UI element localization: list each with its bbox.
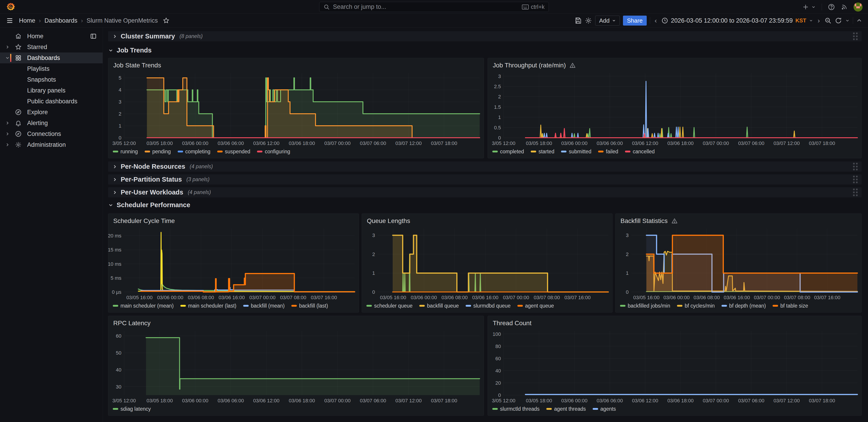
panel-header[interactable]: Scheduler Cycle Time [108, 214, 359, 226]
legend-item[interactable]: started [531, 149, 554, 155]
svg-text:3: 3 [372, 233, 375, 238]
sidebar-item-explore[interactable]: Explore [0, 107, 103, 118]
svg-text:0: 0 [498, 392, 501, 398]
legend-item[interactable]: sdiag latency [113, 406, 151, 412]
legend-item[interactable]: agents [593, 406, 616, 412]
time-shift-forward-button[interactable]: › [816, 17, 821, 24]
legend-item[interactable]: slurmctld threads [492, 406, 539, 412]
chevron-right-icon[interactable] [5, 121, 11, 125]
time-series-chart[interactable]: 3/05 12:0003/05 18:0003/06 00:0003/06 06… [488, 70, 862, 147]
legend-item[interactable]: backfill queue [419, 303, 459, 309]
svg-text:03/07 12:00: 03/07 12:00 [395, 141, 422, 146]
legend-item[interactable]: suspended [217, 149, 250, 155]
zoom-out-time-button[interactable] [825, 17, 832, 24]
legend-item[interactable]: running [113, 149, 138, 155]
legend-item[interactable]: submitted [561, 149, 591, 155]
row-per-user-workloads[interactable]: Per-User Workloads (4 panels) [108, 187, 862, 198]
refresh-button[interactable] [835, 17, 842, 24]
legend-item[interactable]: bf cycles/min [677, 303, 715, 309]
legend-item[interactable]: backfilled jobs/min [620, 303, 670, 309]
panel-header[interactable]: Queue Lengths [362, 214, 612, 226]
panel-header[interactable]: Thread Count [488, 316, 862, 328]
share-button[interactable]: Share [623, 16, 647, 26]
sidebar-item-administration[interactable]: Administration [0, 139, 103, 150]
sidebar-item-library-panels[interactable]: Library panels [0, 85, 103, 96]
sidebar-item-home[interactable]: Home [0, 31, 103, 41]
news-button[interactable] [841, 4, 848, 10]
svg-text:80: 80 [495, 343, 501, 349]
grafana-logo[interactable] [6, 2, 16, 12]
sidebar-item-alerting[interactable]: Alerting [0, 118, 103, 128]
panel-header[interactable]: RPC Latency [108, 316, 484, 328]
drag-handle-icon[interactable] [853, 163, 858, 170]
sidebar-item-public-dashboards[interactable]: Public dashboards [0, 96, 103, 107]
dashboard-settings-button[interactable] [585, 17, 592, 24]
save-dashboard-button[interactable] [575, 17, 582, 24]
time-series-chart[interactable]: 03/05 16:0003/06 00:0003/06 08:0003/06 1… [362, 226, 612, 301]
legend-item[interactable]: agent threads [546, 406, 586, 412]
legend-item[interactable]: completed [492, 149, 524, 155]
chevron-right-icon[interactable] [5, 131, 11, 137]
collapse-toolbar-button[interactable] [856, 18, 862, 24]
legend-color-chip [546, 408, 552, 410]
breadcrumb-home[interactable]: Home [19, 17, 35, 24]
svg-text:03/06 16:00: 03/06 16:00 [472, 295, 498, 300]
row-scheduler-performance[interactable]: Scheduler Performance [108, 201, 190, 209]
refresh-interval-dropdown[interactable] [845, 18, 850, 23]
breadcrumb-dashboards[interactable]: Dashboards [44, 17, 78, 24]
favorite-star-button[interactable] [163, 17, 169, 24]
row-job-trends[interactable]: Job Trends [108, 47, 152, 54]
time-series-chart[interactable]: 3/05 12:0003/05 18:0003/06 00:0003/06 06… [108, 328, 484, 404]
legend-item[interactable]: scheduler queue [366, 303, 412, 309]
sidebar-item-connections[interactable]: Connections [0, 128, 103, 139]
legend-item[interactable]: main scheduler (last) [180, 303, 236, 309]
legend-item[interactable]: configuring [257, 149, 290, 155]
dashboard-canvas: Cluster Summary (8 panels) Job Trends Jo… [103, 28, 868, 422]
chevron-right-icon[interactable] [5, 142, 11, 147]
legend-item[interactable]: cancelled [625, 149, 655, 155]
legend-item[interactable]: failed [598, 149, 618, 155]
time-shift-back-button[interactable]: ‹ [653, 17, 658, 24]
legend-item[interactable]: slurmdbd queue [466, 303, 510, 309]
svg-text:5 ms: 5 ms [111, 275, 121, 281]
new-item-button[interactable] [802, 4, 816, 10]
legend-color-chip [561, 151, 566, 152]
time-series-chart[interactable]: 03/05 16:0003/06 00:0003/06 08:0003/06 1… [616, 226, 862, 301]
warning-icon[interactable] [569, 62, 576, 68]
sidebar-item-starred[interactable]: Starred [0, 41, 103, 53]
sidebar-item-playlists[interactable]: Playlists [0, 63, 103, 74]
panel-header[interactable]: Job State Trends [108, 58, 484, 70]
menu-toggle-button[interactable] [6, 17, 13, 24]
legend-item[interactable]: agent queue [518, 303, 554, 309]
help-button[interactable] [828, 3, 835, 11]
search-input[interactable]: Search or jump to... ctrl+k [319, 2, 549, 12]
chevron-right-icon[interactable] [5, 44, 11, 50]
drag-handle-icon[interactable] [853, 176, 858, 183]
panel-header[interactable]: Job Throughput (rate/min) [488, 58, 862, 70]
legend-item[interactable]: pending [145, 149, 171, 155]
legend-item[interactable]: main scheduler (mean) [113, 303, 174, 309]
time-range-picker[interactable]: 2026-03-05 12:00:00 to 2026-03-07 23:59:… [661, 17, 813, 24]
time-series-chart[interactable]: 3/05 12:0003/05 18:0003/06 00:0003/06 06… [108, 70, 484, 147]
time-series-chart[interactable]: 3/05 12:0003/05 18:0003/06 00:0003/06 06… [488, 328, 862, 404]
chevron-down-icon[interactable] [5, 55, 11, 60]
dock-sidebar-icon[interactable] [90, 33, 97, 39]
avatar[interactable] [854, 2, 863, 11]
legend-item[interactable]: bf depth (mean) [721, 303, 766, 309]
row-per-node-resources[interactable]: Per-Node Resources (4 panels) [108, 161, 862, 172]
drag-handle-icon[interactable] [853, 189, 858, 196]
add-button[interactable]: Add [595, 16, 620, 26]
row-per-partition-status[interactable]: Per-Partition Status (3 panels) [108, 174, 862, 184]
panel-header[interactable]: Backfill Statistics [616, 214, 862, 226]
drag-handle-icon[interactable] [853, 33, 858, 40]
legend-item[interactable]: completing [178, 149, 211, 155]
warning-icon[interactable] [671, 218, 678, 224]
row-cluster-summary[interactable]: Cluster Summary (8 panels) [108, 31, 862, 41]
legend-item[interactable]: backfill (mean) [243, 303, 285, 309]
sidebar-item-snapshots[interactable]: Snapshots [0, 74, 103, 85]
sidebar-item-dashboards[interactable]: Dashboards [0, 53, 103, 63]
time-series-chart[interactable]: 03/05 16:0003/06 00:0003/06 08:0003/06 1… [108, 226, 359, 301]
legend-color-chip [145, 151, 150, 152]
legend-item[interactable]: bf table size [773, 303, 808, 309]
legend-item[interactable]: backfill (last) [291, 303, 328, 309]
